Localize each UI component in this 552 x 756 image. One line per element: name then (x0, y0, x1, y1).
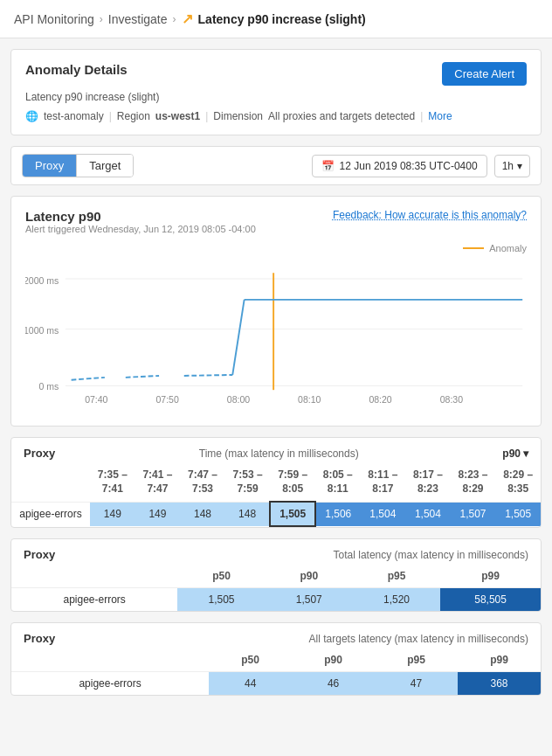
svg-text:0 ms: 0 ms (38, 381, 59, 392)
trend-icon: ↗ (182, 10, 193, 27)
targets-latency-header: Proxy All targets latency (max latency i… (11, 623, 541, 645)
th-targets-p95: p95 (375, 648, 458, 672)
anomaly-meta: 🌐 test-anomaly | Region us-west1 | Dimen… (25, 110, 527, 122)
targets-latency-table: p50 p90 p95 p99 apigee-errors 44 46 47 3… (11, 648, 541, 695)
targets-proxy-label: Proxy (24, 632, 55, 645)
cell-0-7: 1,504 (405, 502, 451, 526)
date-value: 12 Jun 2019 08:35 UTC-0400 (340, 160, 478, 172)
anomaly-subtitle: Latency p90 increase (slight) (25, 91, 527, 103)
region-label: Region (117, 110, 150, 122)
th-col-4: 7:59 –8:05 (270, 463, 315, 502)
cell-0-1: 149 (135, 502, 181, 526)
meta-divider-3: | (420, 110, 423, 122)
cell-0-4: 1,505 (270, 502, 315, 526)
svg-text:07:50: 07:50 (155, 394, 178, 405)
table-row: apigee-errors 1,505 1,507 1,520 58,505 (11, 588, 541, 612)
th-col-1: 7:41 –7:47 (135, 463, 181, 502)
dimension-value: All proxies and targets detected (268, 110, 415, 122)
latency-chart: 2000 ms 1000 ms 0 ms 07:40 07:50 08:00 0… (25, 257, 527, 414)
svg-text:07:40: 07:40 (85, 394, 107, 405)
date-button[interactable]: 📅 12 Jun 2019 08:35 UTC-0400 (312, 155, 487, 177)
breadcrumb: API Monitoring › Investigate › ↗ Latency… (0, 0, 552, 38)
main-content: Anomaly Details Create Alert Latency p90… (0, 38, 552, 706)
svg-line-14 (126, 376, 159, 378)
th-col-5: 8:05 –8:11 (315, 463, 361, 502)
targets-proxy-name-0: apigee-errors (11, 672, 209, 696)
total-cell-0: 1,505 (177, 588, 265, 612)
time-table-title: Time (max latency in milliseconds) (199, 447, 359, 460)
total-latency-card: Proxy Total latency (max latency in mill… (10, 538, 542, 612)
svg-line-13 (72, 378, 105, 380)
meta-divider-2: | (205, 110, 208, 122)
targets-cell-2: 47 (375, 672, 458, 696)
cell-0-2: 148 (180, 502, 225, 526)
table-row: apigee-errors 44 46 47 368 (11, 672, 541, 696)
feedback-link[interactable]: Feedback: How accurate is this anomaly? (333, 209, 527, 221)
breadcrumb-sep-2: › (173, 13, 176, 25)
chart-header: Latency p90 Alert triggered Wednesday, J… (25, 209, 527, 241)
globe-icon: 🌐 (25, 110, 38, 122)
svg-text:08:00: 08:00 (227, 394, 250, 405)
breadcrumb-investigate[interactable]: Investigate (108, 12, 168, 26)
create-alert-button[interactable]: Create Alert (442, 62, 527, 86)
cell-0-8: 1,507 (451, 502, 496, 526)
time-proxy-label: Proxy (24, 447, 55, 460)
total-latency-title: Total latency (max latency in millisecon… (334, 549, 528, 561)
th-total-p99: p99 (440, 565, 541, 588)
interval-button[interactable]: 1h ▾ (494, 155, 530, 177)
time-table-card: Proxy Time (max latency in milliseconds)… (10, 437, 542, 528)
chevron-down-icon: ▾ (517, 160, 522, 172)
more-link[interactable]: More (428, 110, 452, 122)
calendar-icon: 📅 (321, 160, 335, 172)
th-targets-p99: p99 (458, 648, 541, 672)
anomaly-header: Anomaly Details Create Alert (25, 62, 527, 86)
th-col-8: 8:23 –8:29 (451, 463, 496, 502)
targets-cell-3: 368 (458, 672, 541, 696)
tab-proxy[interactable]: Proxy (23, 155, 77, 177)
dimension-label: Dimension (213, 110, 263, 122)
table-row: apigee-errors 149 149 148 148 1,505 1,50… (11, 502, 541, 526)
total-cell-2: 1,520 (353, 588, 440, 612)
breadcrumb-api-monitoring[interactable]: API Monitoring (14, 12, 94, 26)
svg-text:08:30: 08:30 (440, 394, 463, 405)
svg-text:2000 ms: 2000 ms (25, 275, 59, 286)
region-value: us-west1 (155, 110, 200, 122)
svg-line-15 (184, 375, 232, 376)
time-table-header: Proxy Time (max latency in milliseconds)… (11, 438, 541, 460)
th-col-6: 8:11 –8:17 (361, 463, 406, 502)
targets-header-row: p50 p90 p95 p99 (11, 648, 541, 672)
controls-bar: Proxy Target 📅 12 Jun 2019 08:35 UTC-040… (10, 146, 542, 185)
breadcrumb-sep-1: › (100, 13, 103, 25)
breadcrumb-current: ↗ Latency p90 increase (slight) (182, 10, 366, 27)
th-total-proxy (11, 565, 177, 588)
time-table: 7:35 –7:41 7:41 –7:47 7:47 –7:53 7:53 –7… (11, 463, 541, 527)
legend-label: Anomaly (489, 243, 527, 253)
cell-0-5: 1,506 (315, 502, 361, 526)
total-cell-3: 58,505 (440, 588, 541, 612)
chart-title: Latency p90 (25, 209, 256, 224)
cell-0-0: 149 (90, 502, 135, 526)
th-total-p95: p95 (353, 565, 440, 588)
proxy-name-0: apigee-errors (11, 502, 90, 526)
svg-line-16 (232, 300, 244, 375)
svg-text:1000 ms: 1000 ms (25, 325, 59, 336)
total-proxy-name-0: apigee-errors (11, 588, 177, 612)
targets-latency-title: All targets latency (max latency in mill… (309, 633, 528, 645)
th-col-7: 8:17 –8:23 (405, 463, 451, 502)
th-targets-proxy (11, 648, 209, 672)
total-proxy-label: Proxy (24, 548, 55, 561)
p90-chevron-icon[interactable]: ▾ (523, 447, 528, 460)
svg-text:08:10: 08:10 (298, 394, 321, 405)
th-proxy (11, 463, 90, 502)
tab-target[interactable]: Target (77, 155, 133, 177)
svg-text:08:20: 08:20 (369, 394, 391, 405)
tab-group: Proxy Target (22, 154, 134, 177)
th-total-p50: p50 (177, 565, 265, 588)
th-col-2: 7:47 –7:53 (180, 463, 225, 502)
time-table-header-row: 7:35 –7:41 7:41 –7:47 7:47 –7:53 7:53 –7… (11, 463, 541, 502)
total-latency-header: Proxy Total latency (max latency in mill… (11, 539, 541, 561)
page-title: Latency p90 increase (slight) (198, 12, 366, 26)
p90-text: p90 (502, 447, 521, 460)
date-range: 📅 12 Jun 2019 08:35 UTC-0400 1h ▾ (312, 155, 530, 177)
time-p90-label: p90 ▾ (502, 447, 528, 460)
